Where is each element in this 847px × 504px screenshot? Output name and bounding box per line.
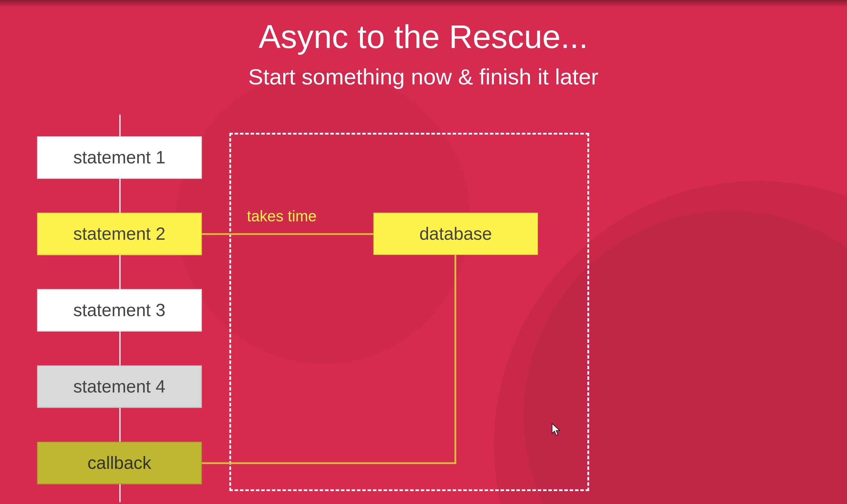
statement-1-box: statement 1 bbox=[37, 136, 202, 179]
top-shadow bbox=[0, 0, 847, 7]
takes-time-label: takes time bbox=[247, 207, 317, 226]
connector-db-to-callback bbox=[202, 463, 456, 464]
connector-db-down bbox=[454, 255, 456, 464]
statement-4-box: statement 4 bbox=[37, 365, 202, 408]
slide-title: Async to the Rescue... bbox=[0, 18, 847, 56]
statement-3-box: statement 3 bbox=[37, 289, 202, 331]
statement-2-box: statement 2 bbox=[37, 213, 202, 255]
connector-stmt2-to-db bbox=[202, 233, 373, 235]
async-region-box bbox=[229, 133, 589, 491]
slide: Async to the Rescue... Start something n… bbox=[0, 0, 847, 504]
database-box: database bbox=[374, 213, 538, 255]
callback-box: callback bbox=[37, 442, 202, 484]
slide-subtitle: Start something now & finish it later bbox=[0, 65, 847, 90]
